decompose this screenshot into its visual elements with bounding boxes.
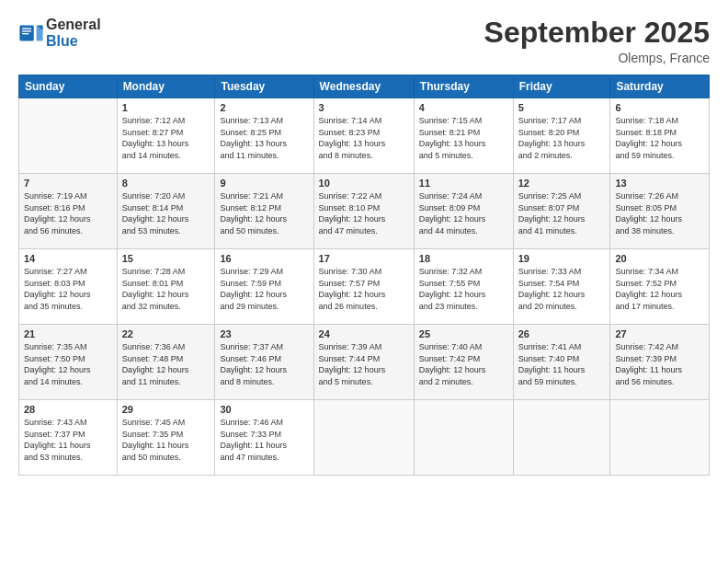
day-info: Sunrise: 7:28 AM Sunset: 8:01 PM Dayligh… (122, 266, 210, 312)
calendar-cell: 13Sunrise: 7:26 AM Sunset: 8:05 PM Dayli… (610, 174, 710, 249)
calendar-cell: 14Sunrise: 7:27 AM Sunset: 8:03 PM Dayli… (19, 249, 118, 325)
calendar-cell: 5Sunrise: 7:17 AM Sunset: 8:20 PM Daylig… (513, 98, 610, 174)
day-info: Sunrise: 7:40 AM Sunset: 7:42 PM Dayligh… (419, 341, 508, 387)
calendar-cell: 26Sunrise: 7:41 AM Sunset: 7:40 PM Dayli… (513, 325, 610, 400)
header-monday: Monday (117, 75, 215, 98)
day-info: Sunrise: 7:25 AM Sunset: 8:07 PM Dayligh… (518, 190, 606, 236)
header-thursday: Thursday (414, 75, 513, 98)
calendar-cell: 25Sunrise: 7:40 AM Sunset: 7:42 PM Dayli… (414, 325, 513, 400)
day-number: 15 (122, 253, 210, 264)
calendar-cell: 11Sunrise: 7:24 AM Sunset: 8:09 PM Dayli… (414, 174, 513, 249)
calendar-cell: 29Sunrise: 7:45 AM Sunset: 7:35 PM Dayli… (117, 400, 215, 476)
day-number: 12 (518, 178, 606, 189)
calendar-cell (19, 98, 118, 174)
calendar-cell: 16Sunrise: 7:29 AM Sunset: 7:59 PM Dayli… (215, 249, 313, 325)
day-info: Sunrise: 7:18 AM Sunset: 8:18 PM Dayligh… (615, 115, 704, 161)
calendar-cell (513, 400, 610, 476)
calendar-cell (610, 400, 710, 476)
logo: General Blue (18, 17, 101, 49)
day-info: Sunrise: 7:32 AM Sunset: 7:55 PM Dayligh… (419, 266, 508, 312)
logo-general: General (46, 17, 101, 33)
calendar-cell: 28Sunrise: 7:43 AM Sunset: 7:37 PM Dayli… (19, 400, 118, 476)
day-number: 29 (122, 404, 210, 415)
day-info: Sunrise: 7:33 AM Sunset: 7:54 PM Dayligh… (518, 266, 606, 312)
header-wednesday: Wednesday (313, 75, 414, 98)
title-block: September 2025 Olemps, France (484, 17, 710, 65)
calendar-week-2: 7Sunrise: 7:19 AM Sunset: 8:16 PM Daylig… (19, 174, 710, 249)
day-number: 28 (24, 404, 112, 415)
calendar-cell: 20Sunrise: 7:34 AM Sunset: 7:52 PM Dayli… (610, 249, 710, 325)
day-number: 18 (419, 253, 508, 264)
calendar-cell: 15Sunrise: 7:28 AM Sunset: 8:01 PM Dayli… (117, 249, 215, 325)
svg-rect-1 (22, 28, 31, 29)
header-saturday: Saturday (610, 75, 710, 98)
calendar-week-1: 1Sunrise: 7:12 AM Sunset: 8:27 PM Daylig… (19, 98, 710, 174)
page-header: General Blue September 2025 Olemps, Fran… (18, 17, 710, 65)
calendar-cell (313, 400, 414, 476)
day-info: Sunrise: 7:17 AM Sunset: 8:20 PM Dayligh… (518, 115, 606, 161)
day-info: Sunrise: 7:19 AM Sunset: 8:16 PM Dayligh… (24, 190, 112, 236)
day-number: 2 (220, 102, 308, 113)
day-number: 24 (319, 328, 409, 339)
calendar-cell: 1Sunrise: 7:12 AM Sunset: 8:27 PM Daylig… (117, 98, 215, 174)
calendar-table: Sunday Monday Tuesday Wednesday Thursday… (18, 75, 710, 476)
calendar-cell: 2Sunrise: 7:13 AM Sunset: 8:25 PM Daylig… (215, 98, 313, 174)
day-number: 22 (122, 328, 210, 339)
calendar-cell: 22Sunrise: 7:36 AM Sunset: 7:48 PM Dayli… (117, 325, 215, 400)
day-number: 9 (220, 178, 308, 189)
day-number: 16 (220, 253, 308, 264)
day-number: 1 (122, 102, 210, 113)
day-number: 11 (419, 178, 508, 189)
day-info: Sunrise: 7:46 AM Sunset: 7:33 PM Dayligh… (220, 417, 308, 463)
logo-blue: Blue (46, 33, 101, 50)
weekday-header-row: Sunday Monday Tuesday Wednesday Thursday… (19, 75, 710, 98)
calendar-week-5: 28Sunrise: 7:43 AM Sunset: 7:37 PM Dayli… (19, 400, 710, 476)
day-info: Sunrise: 7:22 AM Sunset: 8:10 PM Dayligh… (319, 190, 409, 236)
day-info: Sunrise: 7:13 AM Sunset: 8:25 PM Dayligh… (220, 115, 308, 161)
day-info: Sunrise: 7:36 AM Sunset: 7:48 PM Dayligh… (122, 341, 210, 387)
svg-rect-3 (22, 33, 28, 34)
day-info: Sunrise: 7:12 AM Sunset: 8:27 PM Dayligh… (122, 115, 210, 161)
calendar-cell: 7Sunrise: 7:19 AM Sunset: 8:16 PM Daylig… (19, 174, 118, 249)
calendar-cell: 10Sunrise: 7:22 AM Sunset: 8:10 PM Dayli… (313, 174, 414, 249)
header-sunday: Sunday (19, 75, 118, 98)
header-tuesday: Tuesday (215, 75, 313, 98)
calendar-cell: 4Sunrise: 7:15 AM Sunset: 8:21 PM Daylig… (414, 98, 513, 174)
day-number: 17 (319, 253, 409, 264)
svg-rect-2 (22, 30, 31, 31)
calendar-cell: 12Sunrise: 7:25 AM Sunset: 8:07 PM Dayli… (513, 174, 610, 249)
calendar-cell: 21Sunrise: 7:35 AM Sunset: 7:50 PM Dayli… (19, 325, 118, 400)
calendar-cell: 19Sunrise: 7:33 AM Sunset: 7:54 PM Dayli… (513, 249, 610, 325)
day-number: 25 (419, 328, 508, 339)
day-number: 19 (518, 253, 606, 264)
calendar-cell: 6Sunrise: 7:18 AM Sunset: 8:18 PM Daylig… (610, 98, 710, 174)
month-title: September 2025 (484, 17, 710, 49)
day-info: Sunrise: 7:37 AM Sunset: 7:46 PM Dayligh… (220, 341, 308, 387)
day-info: Sunrise: 7:45 AM Sunset: 7:35 PM Dayligh… (122, 417, 210, 463)
day-info: Sunrise: 7:35 AM Sunset: 7:50 PM Dayligh… (24, 341, 112, 387)
day-info: Sunrise: 7:41 AM Sunset: 7:40 PM Dayligh… (518, 341, 606, 387)
calendar-cell: 3Sunrise: 7:14 AM Sunset: 8:23 PM Daylig… (313, 98, 414, 174)
calendar-week-3: 14Sunrise: 7:27 AM Sunset: 8:03 PM Dayli… (19, 249, 710, 325)
day-number: 3 (319, 102, 409, 113)
day-info: Sunrise: 7:27 AM Sunset: 8:03 PM Dayligh… (24, 266, 112, 312)
calendar-cell: 24Sunrise: 7:39 AM Sunset: 7:44 PM Dayli… (313, 325, 414, 400)
day-number: 5 (518, 102, 606, 113)
calendar-cell: 8Sunrise: 7:20 AM Sunset: 8:14 PM Daylig… (117, 174, 215, 249)
day-info: Sunrise: 7:14 AM Sunset: 8:23 PM Dayligh… (319, 115, 409, 161)
day-number: 26 (518, 328, 606, 339)
calendar-cell: 27Sunrise: 7:42 AM Sunset: 7:39 PM Dayli… (610, 325, 710, 400)
day-number: 23 (220, 328, 308, 339)
header-friday: Friday (513, 75, 610, 98)
day-number: 14 (24, 253, 112, 264)
day-info: Sunrise: 7:39 AM Sunset: 7:44 PM Dayligh… (319, 341, 409, 387)
location-subtitle: Olemps, France (484, 51, 710, 65)
day-number: 20 (615, 253, 704, 264)
calendar-cell (414, 400, 513, 476)
calendar-cell: 17Sunrise: 7:30 AM Sunset: 7:57 PM Dayli… (313, 249, 414, 325)
day-number: 4 (419, 102, 508, 113)
day-info: Sunrise: 7:21 AM Sunset: 8:12 PM Dayligh… (220, 190, 308, 236)
day-info: Sunrise: 7:26 AM Sunset: 8:05 PM Dayligh… (615, 190, 704, 236)
day-info: Sunrise: 7:43 AM Sunset: 7:37 PM Dayligh… (24, 417, 112, 463)
day-info: Sunrise: 7:29 AM Sunset: 7:59 PM Dayligh… (220, 266, 308, 312)
